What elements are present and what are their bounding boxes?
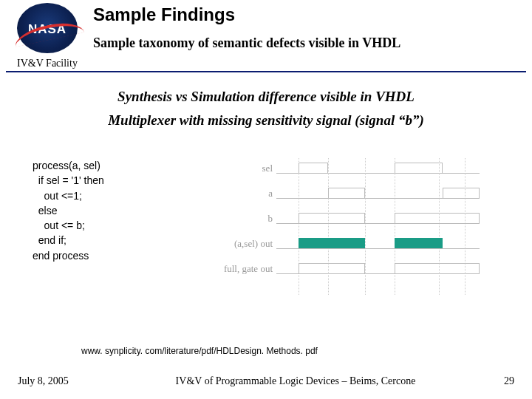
header-divider — [6, 71, 526, 72]
emphasis-line-2: Multiplexer with missing sensitivity sig… — [18, 112, 514, 129]
content-row: process(a, sel) if sel = '1' then out <=… — [18, 158, 514, 295]
signal-label-b: b — [206, 213, 273, 225]
wave-full-out — [276, 262, 480, 278]
body: Synthesis vs Simulation difference visib… — [0, 89, 532, 295]
signal-label-sel: sel — [206, 163, 273, 174]
title-column: Sample Findings Sample taxonomy of seman… — [89, 3, 526, 51]
wave-sel — [276, 161, 480, 177]
footer-page-number: 29 — [470, 375, 514, 387]
ivv-facility-label: IV&V Facility — [17, 58, 78, 69]
signal-label-full-out: full, gate out — [206, 263, 273, 275]
header: NASA IV&V Facility Sample Findings Sampl… — [0, 0, 532, 69]
vhdl-code-block: process(a, sel) if sel = '1' then out <=… — [18, 158, 225, 263]
timing-diagram: sel a b (a,sel) out — [225, 158, 491, 295]
emphasis-line-1: Synthesis vs Simulation difference visib… — [18, 89, 514, 105]
footer: July 8, 2005 IV&V of Programmable Logic … — [0, 375, 532, 387]
citation-url: www. synplicity. com/literature/pdf/HDLD… — [81, 346, 318, 356]
wave-a — [276, 186, 480, 202]
signal-label-a: a — [206, 188, 273, 200]
nasa-logo: NASA — [17, 3, 78, 53]
footer-center: IV&V of Programmable Logic Devices – Bei… — [121, 375, 470, 387]
wave-b — [276, 211, 480, 228]
slide-title: Sample Findings — [93, 4, 526, 25]
signal-label-asel-out: (a,sel) out — [206, 238, 273, 250]
nasa-logo-text: NASA — [17, 22, 78, 37]
wave-asel-out — [276, 236, 480, 253]
slide-subtitle: Sample taxonomy of semantic defects visi… — [93, 35, 526, 51]
logo-column: NASA IV&V Facility — [6, 3, 89, 69]
footer-date: July 8, 2005 — [18, 375, 121, 387]
